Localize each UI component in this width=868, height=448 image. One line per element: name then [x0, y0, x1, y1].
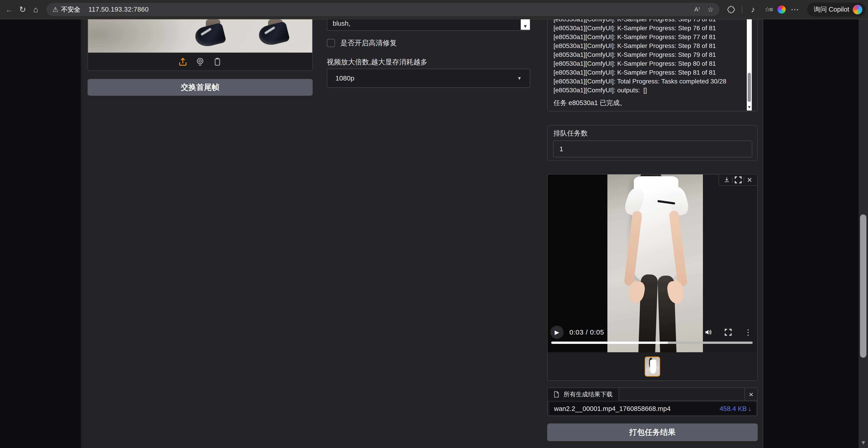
copilot-label: 询问 Copilot: [814, 5, 849, 14]
download-header: 所有生成结果下载 ×: [548, 388, 757, 401]
more-options-icon[interactable]: ⋯: [788, 3, 801, 16]
page-scrollbar[interactable]: ▼: [859, 19, 868, 448]
page-scrollbar-thumb[interactable]: [860, 215, 866, 358]
not-secure-label: 不安全: [61, 5, 80, 14]
download-file-row[interactable]: wan2.2__00001.mp4_1760858668.mp4 458.4 K…: [549, 402, 756, 415]
favorite-star-icon[interactable]: ☆: [708, 5, 714, 13]
upscale-label: 视频放大倍数,越大显存消耗越多: [327, 57, 428, 67]
prompt-value: blush,: [333, 20, 350, 27]
video-fullscreen-icon[interactable]: [733, 175, 744, 185]
swap-frames-button[interactable]: 交换首尾帧: [88, 79, 313, 96]
thumbnail-figure-dress: [650, 359, 656, 374]
browser-actions: ♪ ☆≡ ⋯ 询问 Copilot: [724, 2, 866, 17]
photo-left-shoe: [193, 23, 226, 49]
fullscreen-icon[interactable]: [723, 327, 733, 337]
url-text[interactable]: 117.50.193.32:7860: [89, 6, 686, 13]
first-frame-image-panel: [88, 19, 313, 71]
photo-shadow: [88, 19, 197, 53]
task-log-output[interactable]: [e80530a1][ComfyUI]: K-Sampler Progress:…: [547, 19, 758, 111]
download-file-name: wan2.2__00001.mp4_1760858668.mp4: [554, 405, 671, 413]
video-controls: ▶ 0:03 / 0:05 ⋮: [548, 324, 757, 340]
video-download-icon[interactable]: [721, 175, 732, 185]
dropdown-caret-icon: ▼: [517, 76, 522, 81]
page-right-margin: [763, 19, 859, 448]
media-controls-icon[interactable]: ♪: [746, 3, 760, 16]
prompt-scrollbar-down-icon[interactable]: ▼: [521, 24, 530, 29]
download-arrow-icon: ↓: [748, 405, 751, 413]
extension-avatar-icon[interactable]: [777, 5, 786, 14]
refresh-icon[interactable]: ↻: [16, 3, 29, 16]
resolution-dropdown[interactable]: 1080p ▼: [327, 69, 530, 88]
extensions-icon[interactable]: [724, 3, 738, 16]
upload-icon[interactable]: [178, 57, 188, 67]
page-scrollbar-down-icon[interactable]: ▼: [859, 439, 868, 446]
log-scrollbar-down-icon[interactable]: ▼: [747, 105, 752, 109]
video-close-icon[interactable]: ×: [744, 175, 755, 185]
page-left-margin: [0, 19, 82, 448]
queue-count-value: 1: [559, 145, 563, 153]
log-done-line: 任务 e80530a1 已完成。: [554, 98, 626, 107]
photo-right-shoe: [257, 21, 290, 47]
video-time: 0:03 / 0:05: [569, 328, 604, 336]
home-icon[interactable]: ⌂: [29, 3, 42, 16]
queue-panel: 排队任务数 1: [547, 125, 758, 161]
package-results-button[interactable]: 打包任务结果: [547, 423, 758, 441]
not-secure-warning-icon: ⚠: [52, 5, 58, 13]
prompt-scrollbar[interactable]: ▼: [521, 19, 530, 30]
volume-icon[interactable]: [703, 327, 713, 337]
log-scrollbar[interactable]: ▼: [747, 19, 752, 110]
favorites-list-icon[interactable]: ☆≡: [762, 3, 775, 16]
clipboard-icon[interactable]: [212, 57, 223, 67]
result-thumbnail-selected[interactable]: [645, 357, 660, 377]
toolbar-divider: [742, 6, 742, 13]
hd-fix-label: 是否开启高清修复: [340, 38, 397, 48]
video-progress-played: [551, 342, 668, 344]
video-menu-kebab-icon[interactable]: ⋮: [743, 327, 753, 337]
address-bar[interactable]: ⚠不安全 117.50.193.32:7860 A⁾ ☆: [46, 3, 719, 16]
queue-count-input[interactable]: 1: [553, 140, 752, 157]
prompt-textarea[interactable]: blush, ▼: [327, 19, 530, 31]
download-results-panel: 所有生成结果下载 × wan2.2__00001.mp4_1760858668.…: [547, 387, 758, 416]
back-icon[interactable]: ←: [3, 3, 16, 16]
image-panel-footer: [88, 53, 312, 70]
video-toolbar: ×: [719, 174, 757, 186]
log-lines: [e80530a1][ComfyUI]: K-Sampler Progress:…: [554, 19, 742, 95]
uploaded-image-preview[interactable]: [88, 19, 312, 53]
browser-toolbar: ← ↻ ⌂ ⚠不安全 117.50.193.32:7860 A⁾ ☆ ♪ ☆≡ …: [0, 0, 868, 19]
download-all-label: 所有生成结果下载: [563, 390, 613, 398]
download-close-icon[interactable]: ×: [745, 388, 757, 401]
hd-fix-checkbox[interactable]: [327, 39, 335, 47]
download-all-tab[interactable]: 所有生成结果下载: [548, 388, 619, 401]
download-file-size-link[interactable]: 458.4 KB ↓: [719, 405, 751, 413]
hd-fix-row: 是否开启高清修复: [327, 38, 397, 48]
result-thumbnail-strip: [548, 352, 757, 381]
screen: ← ↻ ⌂ ⚠不安全 117.50.193.32:7860 A⁾ ☆ ♪ ☆≡ …: [0, 0, 868, 448]
copilot-logo-icon: [853, 5, 862, 14]
video-result-panel: × ▶ 0:03 / 0:05 ⋮: [547, 174, 758, 381]
play-button[interactable]: ▶: [550, 326, 563, 339]
log-scrollbar-thumb[interactable]: [748, 73, 751, 102]
read-aloud-icon[interactable]: A⁾: [694, 6, 700, 13]
webcam-icon[interactable]: [195, 57, 205, 67]
copilot-button[interactable]: 询问 Copilot: [807, 2, 866, 17]
resolution-value: 1080p: [335, 74, 354, 82]
file-size-text: 458.4 KB: [719, 405, 747, 413]
video-progress-bar[interactable]: [551, 342, 753, 344]
video-player[interactable]: × ▶ 0:03 / 0:05 ⋮: [548, 174, 757, 352]
queue-label: 排队任务数: [554, 129, 588, 138]
